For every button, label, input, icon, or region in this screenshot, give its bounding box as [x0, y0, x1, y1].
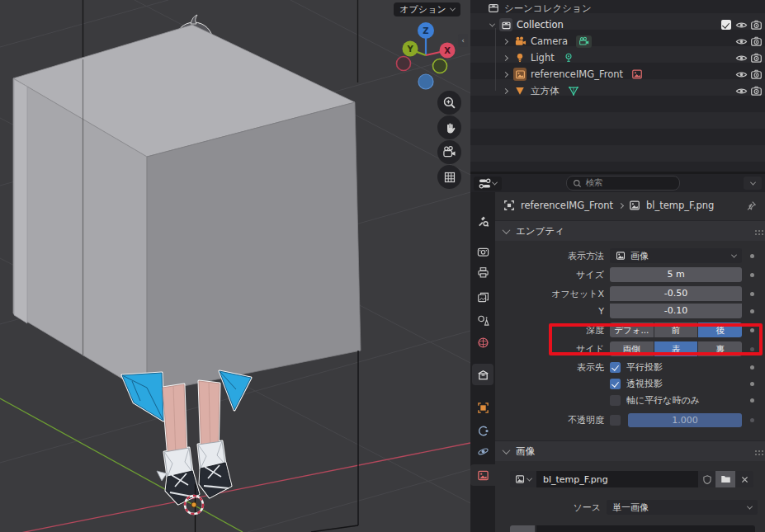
- collection-checkbox[interactable]: [721, 20, 731, 30]
- image-panel-header[interactable]: 画像: [495, 440, 765, 461]
- animate-decorator[interactable]: [750, 292, 754, 296]
- source-dropdown[interactable]: 単一画像: [607, 500, 758, 515]
- outliner-collection-row[interactable]: Collection: [470, 16, 765, 33]
- depth-option-front[interactable]: 前: [654, 322, 698, 337]
- hide-eye-icon[interactable]: [734, 19, 748, 31]
- tab-render[interactable]: [470, 241, 495, 262]
- search-input[interactable]: 検索: [566, 176, 680, 191]
- animate-decorator[interactable]: [750, 418, 754, 422]
- animate-decorator[interactable]: [750, 254, 754, 258]
- header-menu-button[interactable]: [744, 177, 762, 190]
- clipped-filepath-field[interactable]: [536, 525, 755, 532]
- animate-decorator[interactable]: [750, 309, 754, 313]
- image-data-icon[interactable]: [631, 68, 643, 80]
- mesh-data-icon[interactable]: [568, 85, 579, 97]
- tab-object-data[interactable]: [470, 464, 495, 486]
- expand-chevron-icon[interactable]: [503, 87, 508, 93]
- gizmo-minus-z-ball[interactable]: [418, 74, 433, 89]
- offset-y-field[interactable]: -0.10: [610, 304, 742, 318]
- light-data-icon[interactable]: [563, 52, 574, 64]
- display-as-dropdown[interactable]: 画像: [610, 248, 742, 263]
- light-label: Light: [531, 52, 555, 64]
- outliner-cube-row[interactable]: 立方体: [470, 82, 765, 99]
- tab-scene[interactable]: [470, 309, 495, 331]
- fake-user-shield-button[interactable]: [698, 471, 715, 487]
- outliner-reference-image-row[interactable]: referenceIMG_Front: [470, 66, 765, 82]
- render-visibility-camera-icon[interactable]: [748, 85, 763, 97]
- orthographic-checkbox[interactable]: [610, 362, 621, 373]
- navigation-gizmo[interactable]: Z Y X: [391, 20, 460, 91]
- collapse-chevron-icon[interactable]: [489, 21, 495, 26]
- pan-button[interactable]: [437, 115, 461, 139]
- camera-data-icon[interactable]: [576, 35, 592, 48]
- breadcrumb-object-name[interactable]: referenceIMG_Front: [521, 200, 613, 211]
- empty-panel-header[interactable]: エンプティ: [495, 220, 765, 241]
- image-name-field[interactable]: bl_temp_F.png: [536, 471, 698, 487]
- tab-object[interactable]: [470, 397, 495, 418]
- image-browse-button[interactable]: [510, 471, 536, 487]
- side-option-back[interactable]: 裏: [698, 341, 742, 356]
- depth-segmented-control: デフォ... 前 後: [610, 322, 742, 337]
- hide-eye-icon[interactable]: [734, 52, 748, 64]
- breadcrumb-data-name[interactable]: bl_temp_F.png: [646, 200, 714, 211]
- tab-output[interactable]: [470, 261, 495, 283]
- animate-decorator[interactable]: [750, 365, 754, 370]
- tab-world[interactable]: [470, 332, 495, 353]
- pin-icon[interactable]: [746, 200, 757, 211]
- render-visibility-camera-icon[interactable]: [748, 52, 763, 64]
- animate-decorator[interactable]: [750, 328, 754, 332]
- render-visibility-camera-icon[interactable]: [748, 68, 763, 81]
- cube-object[interactable]: [13, 25, 361, 393]
- unlink-button[interactable]: [735, 471, 753, 487]
- depth-option-default[interactable]: デフォ...: [610, 322, 654, 337]
- hide-eye-icon[interactable]: [734, 35, 748, 48]
- options-dropdown-button[interactable]: オプション: [394, 2, 460, 16]
- render-visibility-camera-icon[interactable]: [748, 19, 763, 31]
- animate-decorator[interactable]: [750, 382, 754, 386]
- 3d-viewport[interactable]: オプション ‹ Z Y X: [0, 0, 470, 532]
- perspective-checkbox[interactable]: [610, 379, 621, 389]
- animate-decorator[interactable]: [750, 398, 754, 403]
- expand-chevron-icon[interactable]: [503, 71, 508, 77]
- use-opacity-checkbox[interactable]: [610, 415, 621, 426]
- hide-eye-icon[interactable]: [734, 85, 748, 97]
- side-option-both[interactable]: 両側: [610, 341, 654, 356]
- display-as-row: 表示方法 画像: [502, 247, 762, 264]
- animate-decorator[interactable]: [750, 347, 754, 351]
- only-axis-aligned-checkbox[interactable]: [610, 395, 621, 406]
- open-file-button[interactable]: [715, 471, 735, 487]
- camera-view-button[interactable]: [437, 140, 461, 164]
- show-perspective-row: 透視投影: [502, 376, 762, 392]
- animate-decorator[interactable]: [750, 273, 754, 277]
- render-visibility-camera-icon[interactable]: [748, 35, 763, 48]
- properties-tab-strip: [470, 192, 495, 532]
- gizmo-minus-x-ball[interactable]: [397, 57, 411, 71]
- constraints-icon: [477, 425, 489, 437]
- size-field[interactable]: 5 m: [610, 267, 742, 282]
- tab-collection[interactable]: [472, 364, 493, 385]
- expand-chevron-icon[interactable]: [503, 38, 508, 44]
- magnifier-plus-icon: [442, 96, 456, 110]
- clipped-button[interactable]: [510, 525, 535, 532]
- breadcrumb: referenceIMG_Front bl_temp_F.png: [495, 192, 765, 219]
- orthographic-toggle-button[interactable]: [437, 165, 461, 189]
- panel-grip-icon[interactable]: [755, 450, 757, 452]
- panel-grip-icon[interactable]: [755, 230, 757, 232]
- expand-chevron-icon[interactable]: [503, 54, 508, 60]
- tab-tool[interactable]: [470, 210, 495, 232]
- tab-physics[interactable]: [470, 440, 495, 462]
- outliner-light-row[interactable]: Light: [470, 49, 765, 66]
- depth-option-back[interactable]: 後: [698, 322, 742, 337]
- tab-view-layer[interactable]: [470, 286, 495, 308]
- offset-x-field[interactable]: -0.50: [610, 286, 742, 301]
- gizmo-minus-y-ball[interactable]: [433, 59, 447, 73]
- tab-constraints[interactable]: [470, 420, 495, 441]
- zoom-button[interactable]: [437, 91, 461, 115]
- hide-eye-icon[interactable]: [734, 68, 748, 81]
- opacity-slider[interactable]: 1.000: [628, 413, 742, 427]
- editor-type-button[interactable]: [474, 177, 502, 191]
- outliner-camera-row[interactable]: Camera: [470, 33, 765, 49]
- outliner-scene-collection[interactable]: シーンコレクション: [470, 0, 765, 16]
- properties-editor-icon: [479, 178, 491, 189]
- side-option-front[interactable]: 表: [654, 341, 698, 356]
